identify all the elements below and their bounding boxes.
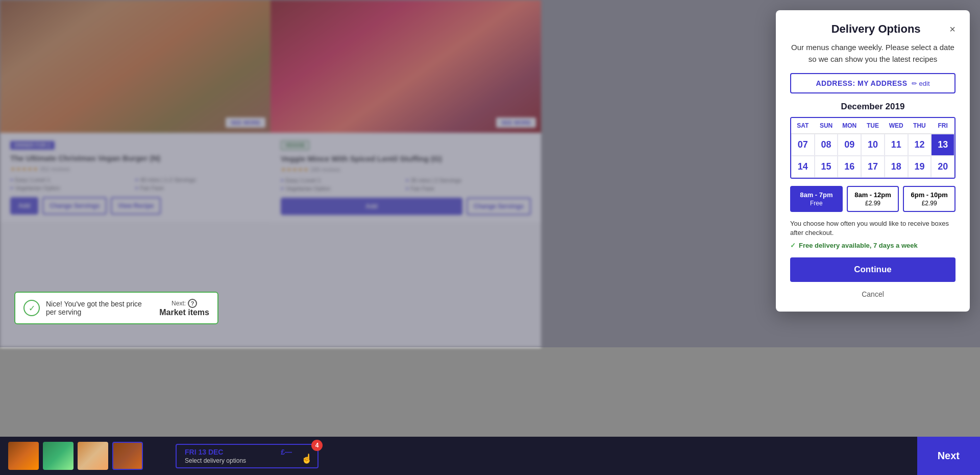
time-slots: 8am - 7pm Free 8am - 12pm £2.99 6pm - 10…	[790, 186, 955, 212]
address-bar[interactable]: ADDRESS: MY ADDRESS ✏ edit	[790, 73, 955, 93]
thumbnail-4[interactable]	[112, 442, 143, 470]
thumbnail-strip	[0, 442, 151, 470]
address-label: ADDRESS: MY ADDRESS	[816, 79, 907, 87]
time-slot-8am-12pm[interactable]: 8am - 12pm £2.99	[847, 186, 899, 212]
cal-day-15[interactable]: 15	[815, 156, 838, 178]
order-date: FRI 13 DEC	[185, 448, 223, 456]
item-count-badge: 4	[311, 440, 323, 451]
edit-address-button[interactable]: ✏ edit	[912, 80, 930, 87]
delivery-note: You choose how often you would like to r…	[790, 219, 955, 238]
cancel-button[interactable]: Cancel	[790, 287, 955, 301]
cal-header-fri: FRI	[931, 118, 954, 134]
free-delivery-badge: ✓ Free delivery available, 7 days a week	[790, 242, 955, 249]
cal-day-09[interactable]: 09	[838, 134, 861, 156]
calendar-day-headers: SAT SUN MON TUE WED THU FRI	[791, 118, 954, 134]
order-sub-label: Select delivery options	[185, 457, 292, 464]
time-slot-1-time: 8am - 7pm	[794, 191, 839, 200]
time-slot-2-time: 8am - 12pm	[851, 191, 895, 200]
info-icon: ?	[188, 299, 197, 308]
cal-day-16[interactable]: 16	[838, 156, 861, 178]
cal-header-tue: TUE	[861, 118, 885, 134]
cal-day-07[interactable]: 07	[791, 134, 815, 156]
cal-header-sun: SUN	[815, 118, 838, 134]
toast-notification: ✓ Nice! You've got the best price per se…	[14, 292, 218, 324]
modal-close-button[interactable]: ×	[949, 24, 955, 34]
cal-day-12[interactable]: 12	[908, 134, 932, 156]
continue-button[interactable]: Continue	[790, 257, 955, 282]
time-slot-6pm-10pm[interactable]: 6pm - 10pm £2.99	[903, 186, 955, 212]
pencil-icon: ✏	[912, 80, 917, 87]
time-slot-2-price: £2.99	[851, 200, 895, 207]
toast-next-label: Next:	[172, 300, 186, 307]
next-button[interactable]: Next	[917, 437, 980, 475]
order-summary-panel[interactable]: FRI 13 DEC £— Select delivery options 4 …	[176, 444, 318, 468]
order-date-price: FRI 13 DEC £—	[185, 448, 292, 456]
thumbnail-3[interactable]	[78, 442, 108, 470]
thumbnail-2[interactable]	[43, 442, 74, 470]
time-slot-3-time: 6pm - 10pm	[907, 191, 951, 200]
cal-header-mon: MON	[838, 118, 861, 134]
cal-day-11[interactable]: 11	[885, 134, 908, 156]
cal-day-08[interactable]: 08	[815, 134, 838, 156]
toast-next: Next: ? Market items	[159, 299, 209, 317]
calendar-week1: 07 08 09 10 11 12 13	[791, 134, 954, 156]
cal-day-17[interactable]: 17	[861, 156, 885, 178]
cal-header-sat: SAT	[791, 118, 815, 134]
order-price: £—	[281, 448, 292, 456]
cal-day-13[interactable]: 13	[931, 134, 954, 156]
cal-day-18[interactable]: 18	[885, 156, 908, 178]
modal-subtitle: Our menus change weekly. Please select a…	[790, 42, 955, 65]
toast-check-icon: ✓	[23, 300, 40, 316]
checkmark-icon: ✓	[790, 242, 796, 249]
cal-header-thu: THU	[908, 118, 932, 134]
modal-title: Delivery Options	[802, 22, 949, 36]
calendar-grid: SAT SUN MON TUE WED THU FRI 07 08 09 10 …	[790, 117, 955, 179]
time-slot-8am-7pm[interactable]: 8am - 7pm Free	[790, 186, 843, 212]
free-delivery-text: Free delivery available, 7 days a week	[799, 242, 918, 249]
calendar-week2: 14 15 16 17 18 19 20	[791, 156, 954, 178]
calendar-header: December 2019	[790, 102, 955, 112]
time-slot-1-price: Free	[794, 200, 839, 207]
toast-text: Nice! You've got the best price per serv…	[46, 300, 153, 316]
cal-header-wed: WED	[885, 118, 908, 134]
cal-day-10[interactable]: 10	[861, 134, 885, 156]
cal-day-19[interactable]: 19	[908, 156, 932, 178]
delivery-options-modal: Delivery Options × Our menus change week…	[776, 10, 970, 312]
cal-day-20[interactable]: 20	[931, 156, 954, 178]
modal-header: Delivery Options ×	[790, 22, 955, 36]
thumbnail-1[interactable]	[8, 442, 39, 470]
order-info-panel: FRI 13 DEC £— Select delivery options 4 …	[167, 444, 917, 468]
time-slot-3-price: £2.99	[907, 200, 951, 207]
cal-day-14[interactable]: 14	[791, 156, 815, 178]
arrow-separator	[153, 437, 167, 475]
cursor-icon: ☝	[301, 453, 312, 464]
toast-next-value: Market items	[159, 308, 209, 317]
